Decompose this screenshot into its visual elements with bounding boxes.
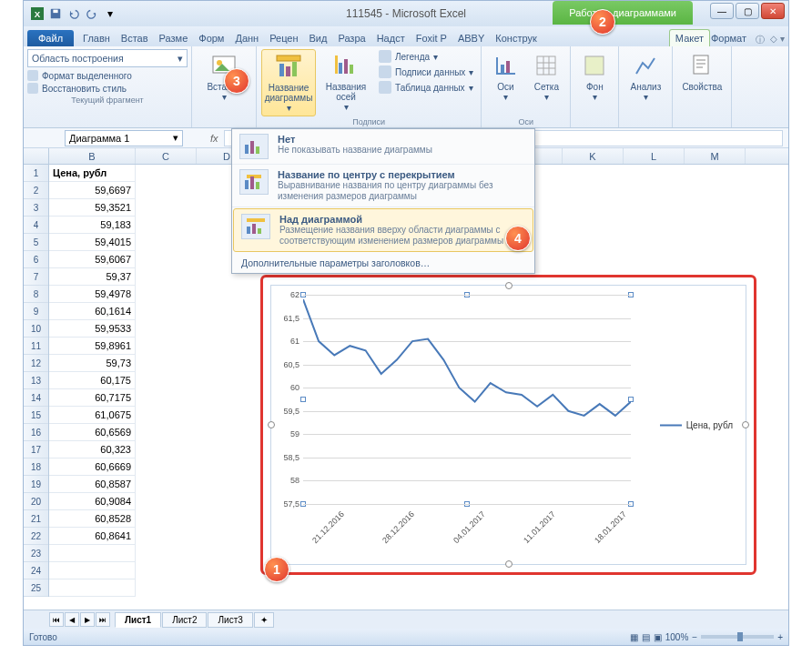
- row-header[interactable]: 4: [24, 217, 48, 234]
- cell[interactable]: 61,0675: [49, 407, 136, 423]
- col-header[interactable]: M: [685, 148, 746, 164]
- chart-object[interactable]: 57,55858,55959,56060,56161,56221.12.2016…: [270, 285, 746, 565]
- cell[interactable]: 60,1614: [49, 303, 136, 319]
- axis-titles-button[interactable]: Названия осей▾: [319, 49, 373, 116]
- cell[interactable]: 60,175: [49, 372, 136, 388]
- row-header[interactable]: 21: [24, 510, 48, 528]
- cell[interactable]: 60,9084: [49, 493, 136, 509]
- undo-icon[interactable]: [66, 5, 82, 22]
- tab-review[interactable]: Рецен: [264, 30, 303, 46]
- tab-addins[interactable]: Надст: [371, 30, 411, 46]
- properties-button[interactable]: Свойства: [677, 49, 726, 127]
- view-layout-icon[interactable]: ▤: [642, 632, 650, 642]
- zoom-level[interactable]: 100%: [665, 632, 689, 642]
- tab-home[interactable]: Главн: [77, 30, 116, 46]
- name-box[interactable]: Диаграмма 1▾: [65, 130, 183, 146]
- cell[interactable]: 59,4978: [49, 286, 136, 302]
- tab-insert[interactable]: Встав: [116, 30, 154, 46]
- cell[interactable]: 59,6697: [49, 182, 136, 198]
- tab-view[interactable]: Вид: [304, 30, 333, 46]
- cell[interactable]: 59,183: [49, 217, 136, 233]
- menu-item-above-chart[interactable]: Над диаграммойРазмещение названия вверху…: [233, 208, 533, 252]
- chart-legend[interactable]: Цена, рубл: [660, 420, 733, 430]
- row-header[interactable]: 16: [24, 424, 48, 441]
- row-header[interactable]: 5: [24, 234, 48, 251]
- cell[interactable]: 59,3521: [49, 199, 136, 216]
- row-header[interactable]: 8: [24, 286, 48, 303]
- cell[interactable]: 59,8961: [49, 338, 136, 354]
- save-icon[interactable]: [47, 5, 64, 22]
- row-header[interactable]: 22: [24, 528, 48, 545]
- row-header[interactable]: 10: [24, 320, 48, 338]
- close-button[interactable]: ✕: [761, 3, 785, 19]
- row-header[interactable]: 7: [24, 268, 48, 286]
- new-sheet-button[interactable]: ✦: [254, 612, 274, 628]
- cell[interactable]: [49, 579, 136, 596]
- row-header[interactable]: 6: [24, 251, 48, 268]
- tab-pagelayout[interactable]: Разме: [154, 30, 194, 46]
- cell[interactable]: 59,4015: [49, 234, 136, 250]
- cell[interactable]: 60,7175: [49, 389, 136, 406]
- analysis-button[interactable]: Анализ▾: [624, 49, 667, 127]
- chart-element-combo[interactable]: Область построения▾: [27, 49, 188, 67]
- cell[interactable]: 60,8641: [49, 528, 136, 544]
- row-header[interactable]: 23: [24, 545, 48, 562]
- resize-handle[interactable]: [742, 421, 749, 428]
- menu-item-centered-overlay[interactable]: Название по центру с перекрытиемВыравнив…: [232, 165, 534, 207]
- row-header[interactable]: 20: [24, 493, 48, 510]
- tab-data[interactable]: Данн: [229, 30, 264, 46]
- cell[interactable]: 59,73: [49, 355, 136, 371]
- sheet-nav-last[interactable]: ⏭: [96, 612, 110, 627]
- col-header[interactable]: C: [136, 148, 197, 164]
- cell[interactable]: 60,8528: [49, 510, 136, 527]
- background-button[interactable]: Фон▾: [575, 49, 614, 127]
- row-header[interactable]: 17: [24, 441, 48, 458]
- file-tab[interactable]: Файл: [27, 30, 74, 46]
- data-series-line[interactable]: [303, 299, 631, 416]
- zoom-in-button[interactable]: +: [777, 632, 783, 642]
- cell[interactable]: 60,6569: [49, 424, 136, 440]
- row-header[interactable]: 1: [24, 165, 48, 182]
- sheet-nav-first[interactable]: ⏮: [49, 612, 64, 627]
- cell[interactable]: 59,37: [49, 268, 136, 285]
- menu-more-options[interactable]: Дополнительные параметры заголовков…: [232, 253, 534, 273]
- tab-design[interactable]: Конструк: [490, 30, 542, 46]
- help-icon[interactable]: ⓘ: [756, 34, 765, 46]
- row-header[interactable]: 24: [24, 562, 48, 579]
- resize-handle[interactable]: [505, 560, 513, 568]
- col-header[interactable]: B: [49, 148, 136, 164]
- qa-dropdown-icon[interactable]: ▾: [102, 5, 118, 22]
- row-header[interactable]: 12: [24, 355, 48, 372]
- help-dropdown-icon[interactable]: ◇ ▾: [770, 34, 785, 46]
- tab-developer[interactable]: Разра: [332, 30, 370, 46]
- row-header[interactable]: 15: [24, 407, 48, 424]
- resize-handle[interactable]: [505, 282, 513, 289]
- axes-button[interactable]: Оси▾: [486, 49, 524, 116]
- cell[interactable]: 60,8587: [49, 476, 136, 492]
- view-break-icon[interactable]: ▣: [654, 632, 662, 642]
- sheet-nav-next[interactable]: ▶: [80, 612, 95, 627]
- tab-abbyy[interactable]: ABBY: [452, 30, 490, 46]
- col-header[interactable]: L: [624, 148, 685, 164]
- zoom-out-button[interactable]: −: [692, 632, 697, 642]
- gridlines-button[interactable]: Сетка▾: [527, 49, 565, 116]
- plot-area[interactable]: 57,55858,55959,56060,56161,56221.12.2016…: [303, 295, 631, 504]
- cell[interactable]: 60,323: [49, 441, 136, 458]
- menu-item-none[interactable]: НетНе показывать название диаграммы: [232, 129, 534, 165]
- sheet-tab[interactable]: Лист1: [115, 612, 161, 628]
- minimize-button[interactable]: —: [710, 3, 734, 19]
- data-labels-button[interactable]: Подписи данных ▾: [376, 65, 476, 79]
- cell[interactable]: [49, 562, 136, 579]
- cell[interactable]: Цена, рубл: [49, 165, 136, 181]
- sheet-tab[interactable]: Лист2: [162, 612, 207, 628]
- reset-style-button[interactable]: Восстановить стиль: [27, 82, 188, 95]
- cell[interactable]: 60,6669: [49, 458, 136, 475]
- cell[interactable]: 59,9533: [49, 320, 136, 337]
- row-header[interactable]: 14: [24, 389, 48, 407]
- tab-foxit[interactable]: Foxit P: [411, 30, 452, 46]
- row-header[interactable]: 2: [24, 182, 48, 199]
- row-header[interactable]: 13: [24, 372, 48, 389]
- resize-handle[interactable]: [268, 421, 275, 428]
- data-table-button[interactable]: Таблица данных ▾: [376, 80, 476, 95]
- view-normal-icon[interactable]: ▦: [630, 632, 638, 642]
